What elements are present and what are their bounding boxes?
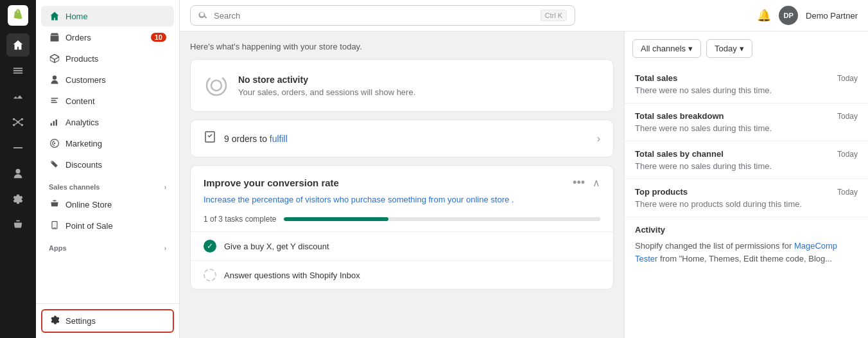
- metric-top-products: Top products Today There were no product…: [625, 179, 868, 217]
- svg-rect-18: [56, 120, 57, 126]
- metric-total-sales-breakdown: Total sales breakdown Today There were n…: [625, 103, 868, 141]
- sidebar-item-home-label: Home: [65, 12, 88, 21]
- svg-rect-2: [13, 73, 22, 74]
- sidebar-item-content[interactable]: Content: [41, 91, 174, 111]
- svg-rect-12: [13, 147, 22, 148]
- discounts-icon: [49, 159, 60, 170]
- user-name[interactable]: Demo Partner: [806, 11, 858, 21]
- sidebar-item-orders[interactable]: Orders 10: [41, 27, 174, 48]
- metric-total-sales-channel: Total sales by channel Today There were …: [625, 141, 868, 179]
- svg-line-8: [15, 120, 18, 121]
- svg-rect-23: [53, 223, 56, 226]
- sidebar-nav: Home Orders 10 Products Customers: [36, 0, 179, 303]
- sidebar-item-marketing[interactable]: Marketing: [41, 133, 174, 154]
- home-icon: [49, 10, 60, 22]
- collapse-button[interactable]: ∧: [593, 177, 600, 189]
- svg-point-6: [13, 124, 15, 127]
- activity-section: Activity Shopify changed the list of per…: [625, 217, 868, 272]
- search-icon: [198, 10, 209, 21]
- header: Ctrl K 🔔 DP Demo Partner: [180, 0, 868, 31]
- rail-users-icon[interactable]: [6, 162, 30, 185]
- no-activity-description: Your sales, orders, and sessions will sh…: [238, 87, 415, 97]
- task-item-0[interactable]: ✓ Give a buy X, get Y discount: [191, 231, 613, 260]
- apps-label: Apps ›: [36, 236, 179, 254]
- notification-icon[interactable]: 🔔: [757, 8, 771, 22]
- activity-spinner-icon: [204, 73, 229, 98]
- sidebar-item-online-store-label: Online Store: [65, 200, 112, 209]
- shopify-logo: [8, 5, 28, 26]
- svg-point-20: [54, 143, 55, 144]
- conversion-title: Improve your conversion rate: [204, 177, 568, 188]
- fulfill-card[interactable]: 9 orders to fulfill ›: [190, 120, 614, 157]
- svg-rect-15: [51, 102, 57, 103]
- metric-0-date: Today: [837, 74, 858, 83]
- customers-icon: [49, 74, 60, 85]
- svg-rect-17: [53, 121, 55, 125]
- rail-dash-icon[interactable]: [6, 136, 30, 159]
- progress-fill: [284, 217, 388, 221]
- metric-3-title: Top products: [635, 187, 688, 197]
- sidebar: Home Orders 10 Products Customers: [36, 0, 180, 338]
- three-dots-button[interactable]: •••: [573, 176, 585, 190]
- filter-all-channels-chevron-icon: ▾: [688, 44, 693, 53]
- metric-0-title: Total sales: [635, 73, 677, 83]
- task-item-1[interactable]: Answer questions with Shopify Inbox: [191, 260, 613, 289]
- filter-all-channels-button[interactable]: All channels ▾: [632, 39, 701, 58]
- svg-point-5: [21, 118, 24, 121]
- fulfill-icon: [204, 130, 216, 147]
- fulfill-link[interactable]: fulfill: [270, 134, 288, 144]
- no-activity-card: No store activity Your sales, orders, an…: [190, 59, 614, 112]
- settings-icon: [50, 315, 60, 327]
- avatar[interactable]: DP: [779, 6, 798, 25]
- filter-today-chevron-icon: ▾: [740, 44, 744, 53]
- sidebar-item-customers-label: Customers: [65, 75, 106, 85]
- filter-row: All channels ▾ Today ▾: [625, 39, 868, 66]
- sidebar-item-discounts[interactable]: Discounts: [41, 154, 174, 175]
- filter-today-button[interactable]: Today ▾: [706, 39, 752, 58]
- apps-chevron[interactable]: ›: [164, 245, 166, 252]
- sales-channels-chevron[interactable]: ›: [164, 184, 166, 191]
- svg-rect-22: [53, 227, 56, 228]
- metric-2-date: Today: [837, 150, 858, 159]
- metric-1-date: Today: [837, 112, 858, 121]
- metric-3-value: There were no products sold during this …: [635, 199, 802, 209]
- svg-point-25: [211, 80, 221, 91]
- conversion-link[interactable]: something from your online store: [388, 195, 509, 204]
- conversion-header: Improve your conversion rate ••• ∧: [191, 166, 613, 195]
- rail-gear-icon[interactable]: [6, 188, 30, 211]
- fulfill-label: orders to: [232, 134, 267, 144]
- sidebar-item-products-label: Products: [65, 54, 98, 64]
- rail-home-icon[interactable]: [6, 33, 30, 57]
- rail-nodes-icon[interactable]: [6, 111, 30, 134]
- svg-line-10: [15, 123, 18, 125]
- metric-3-date: Today: [837, 188, 858, 197]
- settings-item[interactable]: Settings: [41, 309, 174, 333]
- icon-rail: [0, 0, 36, 338]
- main-content: Ctrl K 🔔 DP Demo Partner Here's what's h…: [180, 0, 868, 338]
- search-bar[interactable]: Ctrl K: [190, 5, 575, 26]
- sidebar-item-content-label: Content: [65, 96, 95, 106]
- task-1-label: Answer questions with Shopify Inbox: [224, 271, 360, 280]
- sidebar-item-online-store[interactable]: Online Store: [41, 194, 174, 215]
- no-activity-text: No store activity Your sales, orders, an…: [238, 75, 415, 97]
- sidebar-item-home[interactable]: Home: [41, 6, 174, 26]
- fulfill-text: 9 orders to fulfill: [224, 134, 589, 144]
- no-activity-title: No store activity: [238, 75, 415, 85]
- no-activity-content: No store activity Your sales, orders, an…: [191, 60, 613, 111]
- header-right: 🔔 DP Demo Partner: [757, 6, 858, 25]
- svg-rect-16: [51, 123, 52, 126]
- sidebar-item-analytics[interactable]: Analytics: [41, 112, 174, 132]
- analytics-icon: [49, 116, 60, 128]
- sidebar-item-orders-label: Orders: [65, 33, 91, 42]
- sidebar-item-customers[interactable]: Customers: [41, 69, 174, 90]
- search-input[interactable]: [214, 11, 535, 21]
- rail-store-icon[interactable]: [6, 213, 30, 236]
- pos-icon: [49, 220, 60, 231]
- conversion-card: Improve your conversion rate ••• ∧ Incre…: [190, 165, 614, 290]
- filter-all-channels-label: All channels: [641, 44, 686, 53]
- task-check-pending-icon: [204, 269, 216, 281]
- sidebar-item-point-of-sale[interactable]: Point of Sale: [41, 215, 174, 236]
- rail-graph-icon[interactable]: [6, 85, 30, 108]
- rail-menu-icon[interactable]: [6, 59, 30, 82]
- sidebar-item-products[interactable]: Products: [41, 48, 174, 69]
